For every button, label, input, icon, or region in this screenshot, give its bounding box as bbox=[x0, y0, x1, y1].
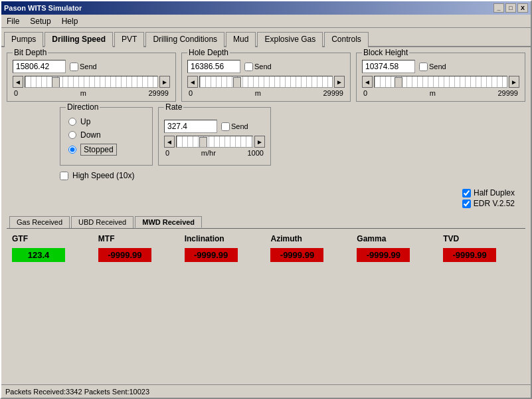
block-height-track[interactable] bbox=[374, 76, 507, 88]
rate-input[interactable] bbox=[164, 120, 217, 133]
tab-pumps[interactable]: Pumps bbox=[4, 32, 43, 47]
rate-unit: m/hr bbox=[201, 149, 216, 157]
bottom-tabs: Gas Received UBD Received MWD Received bbox=[7, 215, 525, 229]
rate-track[interactable] bbox=[176, 136, 253, 148]
block-height-group: Block Height Send ◄ ► bbox=[356, 53, 525, 102]
tab-explosive-gas[interactable]: Explosive Gas bbox=[257, 32, 323, 47]
direction-up-radio[interactable] bbox=[68, 118, 76, 126]
block-height-slider: ◄ ► bbox=[362, 76, 519, 88]
hole-depth-send-checkbox[interactable] bbox=[244, 63, 253, 71]
bit-depth-send-checkbox[interactable] bbox=[70, 63, 78, 71]
half-duplex-checkbox[interactable] bbox=[462, 189, 471, 198]
tab-controls[interactable]: Controls bbox=[324, 32, 369, 47]
hole-depth-left-arrow[interactable]: ◄ bbox=[187, 76, 198, 88]
tab-drilling-conditions[interactable]: Drilling Conditions bbox=[145, 32, 224, 47]
hole-depth-right-arrow[interactable]: ► bbox=[334, 76, 345, 88]
rate-left-arrow[interactable]: ◄ bbox=[164, 136, 175, 148]
block-height-input[interactable] bbox=[362, 60, 415, 73]
hole-depth-range: 0 m 29999 bbox=[187, 89, 345, 97]
hole-depth-unit: m bbox=[255, 89, 261, 97]
rate-value-row: Send bbox=[164, 120, 265, 133]
minimize-button[interactable]: _ bbox=[493, 3, 504, 13]
block-height-min: 0 bbox=[363, 89, 367, 97]
direction-down-radio[interactable] bbox=[68, 131, 76, 139]
direction-up-label: Up bbox=[80, 117, 90, 126]
rate-send: Send bbox=[221, 122, 248, 131]
block-height-send-checkbox[interactable] bbox=[419, 63, 428, 71]
cell-tvd: -9999.99 bbox=[439, 246, 524, 264]
direction-rate-row: Direction Up Down Stopped Rate bbox=[60, 107, 525, 166]
block-height-send: Send bbox=[419, 63, 446, 71]
tab-drilling-speed[interactable]: Drilling Speed bbox=[44, 32, 113, 47]
tab-ubd-received[interactable]: UBD Received bbox=[71, 216, 133, 228]
high-speed-checkbox[interactable] bbox=[60, 172, 68, 180]
block-height-send-label: Send bbox=[429, 63, 446, 70]
high-speed-row: High Speed (10x) bbox=[60, 171, 525, 180]
block-height-title: Block Height bbox=[362, 48, 409, 57]
depth-row: Bit Depth Send ◄ ► bbox=[7, 53, 525, 102]
col-gamma: Gamma bbox=[353, 233, 438, 245]
block-height-right-arrow[interactable]: ► bbox=[509, 76, 519, 88]
high-speed-label: High Speed (10x) bbox=[72, 171, 134, 180]
menu-help[interactable]: Help bbox=[59, 16, 81, 27]
mtf-value: -9999.99 bbox=[98, 248, 151, 262]
rate-send-checkbox[interactable] bbox=[221, 122, 230, 131]
bit-depth-max: 29999 bbox=[148, 89, 169, 97]
rate-title: Rate bbox=[164, 102, 183, 112]
col-tvd: TVD bbox=[439, 233, 524, 245]
hole-depth-value-row: Send bbox=[187, 60, 345, 73]
bit-depth-track[interactable] bbox=[25, 76, 158, 88]
hole-depth-group: Hole Depth Send ◄ ► bbox=[181, 53, 351, 102]
title-bar: Pason WITS Simulator _ □ X bbox=[1, 1, 531, 15]
block-height-left-arrow[interactable]: ◄ bbox=[362, 76, 373, 88]
bit-depth-input[interactable] bbox=[13, 60, 66, 73]
half-duplex-label: Half Duplex bbox=[474, 188, 515, 198]
gamma-value: -9999.99 bbox=[357, 248, 410, 262]
block-height-unit: m bbox=[430, 89, 436, 97]
main-tabs: Pumps Drilling Speed PVT Drilling Condit… bbox=[1, 28, 531, 47]
hole-depth-send-label: Send bbox=[254, 63, 272, 70]
bit-depth-right-arrow[interactable]: ► bbox=[159, 76, 170, 88]
edr-label: EDR V.2.52 bbox=[474, 199, 515, 208]
hole-depth-slider: ◄ ► bbox=[187, 76, 345, 88]
menu-bar: File Setup Help bbox=[1, 15, 531, 28]
tab-mud[interactable]: Mud bbox=[226, 32, 256, 47]
bit-depth-range: 0 m 29999 bbox=[13, 89, 170, 97]
bit-depth-unit: m bbox=[80, 89, 86, 97]
rate-right-arrow[interactable]: ► bbox=[254, 136, 265, 148]
bit-depth-slider: ◄ ► bbox=[13, 76, 170, 88]
direction-down-label: Down bbox=[80, 130, 101, 140]
tvd-value: -9999.99 bbox=[443, 248, 496, 262]
bit-depth-value-row: Send bbox=[13, 60, 170, 73]
inclination-value: -9999.99 bbox=[185, 248, 238, 262]
close-button[interactable]: X bbox=[517, 3, 528, 13]
half-duplex-row: Half Duplex bbox=[462, 188, 515, 198]
tab-pvt[interactable]: PVT bbox=[114, 32, 144, 47]
tab-mwd-received[interactable]: MWD Received bbox=[135, 216, 202, 228]
hole-depth-input[interactable] bbox=[187, 60, 240, 73]
cell-inclination: -9999.99 bbox=[181, 246, 266, 264]
block-height-max: 29999 bbox=[497, 89, 518, 97]
block-height-value-row: Send bbox=[362, 60, 519, 73]
direction-group: Direction Up Down Stopped bbox=[60, 107, 153, 166]
hole-depth-track[interactable] bbox=[199, 76, 333, 88]
rate-max: 1000 bbox=[248, 149, 264, 157]
maximize-button[interactable]: □ bbox=[505, 3, 516, 13]
edr-checkbox[interactable] bbox=[462, 200, 471, 208]
options-panel: Half Duplex EDR V.2.52 bbox=[7, 180, 525, 212]
bit-depth-group: Bit Depth Send ◄ ► bbox=[7, 53, 176, 102]
rate-range: 0 m/hr 1000 bbox=[164, 149, 265, 157]
bit-depth-left-arrow[interactable]: ◄ bbox=[13, 76, 23, 88]
tab-gas-received[interactable]: Gas Received bbox=[9, 216, 70, 228]
hole-depth-title: Hole Depth bbox=[187, 48, 230, 57]
col-gtf: GTF bbox=[8, 233, 93, 245]
col-inclination: Inclination bbox=[181, 233, 266, 245]
direction-stopped-radio[interactable] bbox=[68, 146, 76, 154]
menu-file[interactable]: File bbox=[4, 16, 22, 27]
data-table: GTF MTF Inclination Azimuth Gamma TVD 12… bbox=[7, 231, 525, 265]
table-row: 123.4 -9999.99 -9999.99 -9999.99 -9999.9… bbox=[8, 246, 524, 264]
bit-depth-send-label: Send bbox=[80, 63, 97, 70]
bit-depth-min: 0 bbox=[14, 89, 18, 97]
menu-setup[interactable]: Setup bbox=[27, 16, 53, 27]
status-text: Packets Received:3342 Packets Sent:10023 bbox=[5, 388, 149, 396]
